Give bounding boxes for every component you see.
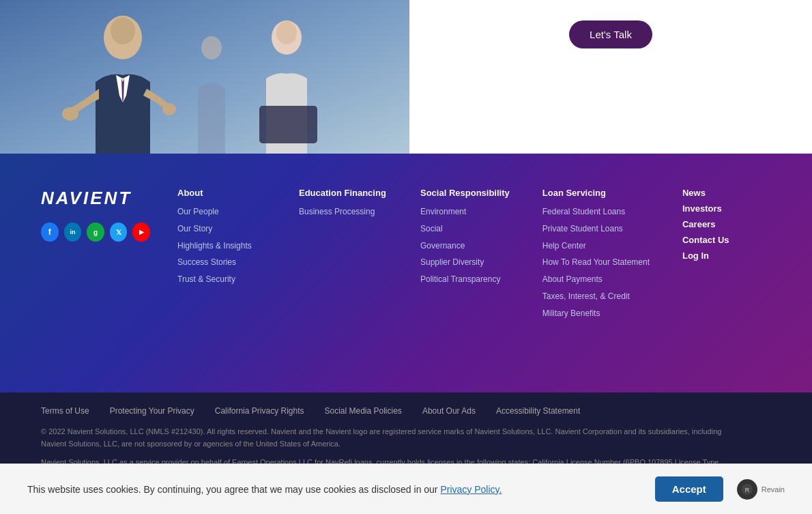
how-to-read-link[interactable]: How To Read Your Statement xyxy=(542,257,650,268)
revain-label: Revain xyxy=(762,485,785,494)
svg-point-6 xyxy=(276,21,297,44)
svg-text:R: R xyxy=(745,486,750,493)
revain-badge: R Revain xyxy=(737,479,785,495)
careers-link[interactable]: Careers xyxy=(682,219,771,229)
footer-logo-col: NAVIENT f in g 𝕏 ▶ xyxy=(41,188,150,325)
footer-content: NAVIENT f in g 𝕏 ▶ About Our People Our … xyxy=(41,188,771,325)
twitter-icon[interactable]: 𝕏 xyxy=(110,223,128,242)
about-payments-link[interactable]: About Payments xyxy=(542,274,650,285)
cookie-text: This website uses cookies. By continuing… xyxy=(27,484,502,495)
supplier-diversity-link[interactable]: Supplier Diversity xyxy=(420,257,510,268)
protecting-privacy-link[interactable]: Protecting Your Privacy xyxy=(110,406,194,416)
hero-section: Let's Talk xyxy=(0,0,812,154)
footer-col-loan: Loan Servicing Federal Student Loans Pri… xyxy=(542,188,650,325)
hero-right-panel: Let's Talk xyxy=(409,0,812,154)
privacy-policy-link[interactable]: Privacy Policy. xyxy=(440,484,502,495)
taxes-interest-link[interactable]: Taxes, Interest, & Credit xyxy=(542,291,650,302)
highlights-insights-link[interactable]: Highlights & Insights xyxy=(177,240,266,252)
cookie-banner: This website uses cookies. By continuing… xyxy=(0,463,812,494)
lets-talk-button[interactable]: Let's Talk xyxy=(569,20,652,48)
help-center-link[interactable]: Help Center xyxy=(542,240,650,252)
governance-link[interactable]: Governance xyxy=(420,240,510,252)
svg-rect-7 xyxy=(259,106,317,143)
california-privacy-link[interactable]: California Privacy Rights xyxy=(215,406,304,416)
our-people-link[interactable]: Our People xyxy=(177,206,266,218)
private-student-loans-link[interactable]: Private Student Loans xyxy=(542,223,650,235)
social-responsibility-header[interactable]: Social Responsibility xyxy=(420,188,510,198)
facebook-icon[interactable]: f xyxy=(41,223,59,242)
glassdoor-icon[interactable]: g xyxy=(87,223,104,242)
hero-image-svg xyxy=(0,0,409,154)
loan-servicing-header[interactable]: Loan Servicing xyxy=(542,188,650,198)
terms-of-use-link[interactable]: Terms of Use xyxy=(41,406,89,416)
cookie-right: Accept R Revain xyxy=(655,476,785,494)
social-icons: f in g 𝕏 ▶ xyxy=(41,223,150,242)
linkedin-icon[interactable]: in xyxy=(64,223,82,242)
political-transparency-link[interactable]: Political Transparency xyxy=(420,274,510,285)
investors-link[interactable]: Investors xyxy=(682,203,771,214)
environment-link[interactable]: Environment xyxy=(420,206,510,218)
svg-point-8 xyxy=(201,36,222,59)
revain-icon: R xyxy=(737,479,757,495)
success-stories-link[interactable]: Success Stories xyxy=(177,257,266,268)
footer-col-education: Education Financing Business Processing xyxy=(299,188,388,325)
svg-point-4 xyxy=(162,103,176,115)
footer-section: NAVIENT f in g 𝕏 ▶ About Our People Our … xyxy=(0,154,812,392)
our-story-link[interactable]: Our Story xyxy=(177,223,266,235)
bottom-links: Terms of Use Protecting Your Privacy Cal… xyxy=(41,406,771,416)
youtube-icon[interactable]: ▶ xyxy=(132,223,150,242)
footer-nav: About Our People Our Story Highlights & … xyxy=(177,188,771,325)
hero-image xyxy=(0,0,409,154)
svg-point-2 xyxy=(111,17,135,44)
contact-us-link[interactable]: Contact Us xyxy=(682,235,771,245)
about-header[interactable]: About xyxy=(177,188,266,198)
social-media-policies-link[interactable]: Social Media Policies xyxy=(324,406,401,416)
footer-col-social: Social Responsibility Environment Social… xyxy=(420,188,510,325)
trust-security-link[interactable]: Trust & Security xyxy=(177,274,266,285)
about-our-ads-link[interactable]: About Our Ads xyxy=(422,406,476,416)
footer-col-right: News Investors Careers Contact Us Log In xyxy=(682,188,771,325)
cookie-message: This website uses cookies. By continuing… xyxy=(27,484,438,495)
business-processing-link[interactable]: Business Processing xyxy=(299,206,388,218)
navient-logo: NAVIENT xyxy=(41,188,150,209)
svg-point-3 xyxy=(62,107,78,121)
education-financing-header[interactable]: Education Financing xyxy=(299,188,388,198)
copyright-text: © 2022 Navient Solutions, LLC (NMLS #212… xyxy=(41,426,723,450)
news-link[interactable]: News xyxy=(682,188,771,198)
social-link[interactable]: Social xyxy=(420,223,510,235)
federal-student-loans-link[interactable]: Federal Student Loans xyxy=(542,206,650,218)
log-in-link[interactable]: Log In xyxy=(682,251,771,261)
military-benefits-link[interactable]: Military Benefits xyxy=(542,308,650,319)
footer-col-about: About Our People Our Story Highlights & … xyxy=(177,188,266,325)
accept-button[interactable]: Accept xyxy=(655,476,723,494)
accessibility-statement-link[interactable]: Accessibility Statement xyxy=(496,406,580,416)
